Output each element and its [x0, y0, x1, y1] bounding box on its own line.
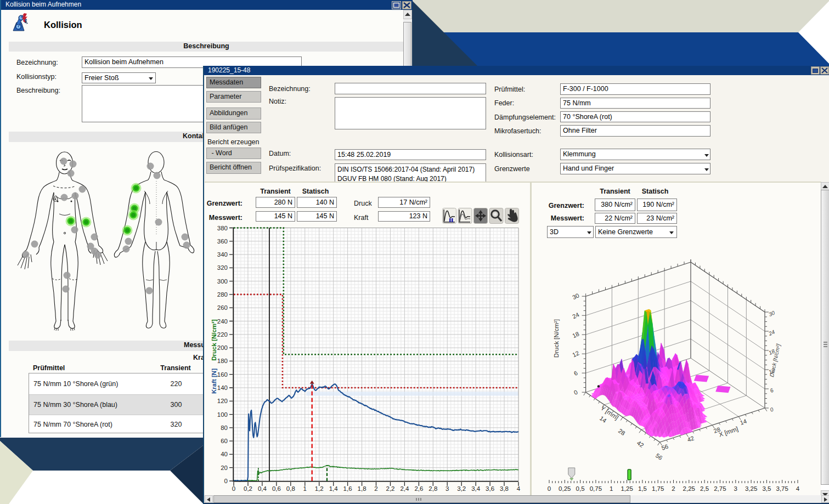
svg-text:30: 30 [571, 292, 580, 301]
svg-text:0: 0 [573, 389, 579, 396]
svg-text:24: 24 [767, 329, 776, 337]
svg-text:3: 3 [734, 485, 737, 492]
svg-text:2,8: 2,8 [428, 485, 437, 492]
svg-text:X [mm]: X [mm] [718, 426, 739, 438]
svg-text:2: 2 [672, 485, 675, 492]
svg-text:14: 14 [739, 418, 747, 426]
svg-text:Kraft [N]: Kraft [N] [211, 369, 217, 394]
svg-text:3,25: 3,25 [745, 485, 757, 492]
svg-text:120: 120 [217, 398, 228, 404]
svg-text:Druck [N/cm²]: Druck [N/cm²] [553, 319, 560, 358]
svg-text:240: 240 [217, 318, 228, 325]
svg-text:3,8: 3,8 [500, 485, 509, 492]
svg-text:56: 56 [661, 443, 669, 451]
svg-text:1,2: 1,2 [315, 485, 324, 492]
svg-text:3: 3 [445, 485, 449, 492]
svg-text:80: 80 [221, 424, 228, 431]
svg-text:320: 320 [217, 264, 228, 271]
svg-text:380: 380 [217, 225, 228, 231]
svg-text:1,6: 1,6 [343, 485, 352, 492]
svg-text:340: 340 [217, 251, 228, 258]
svg-text:0: 0 [224, 478, 228, 484]
svg-text:1,25: 1,25 [621, 485, 633, 492]
svg-text:12: 12 [571, 349, 580, 358]
svg-text:4: 4 [517, 485, 521, 492]
svg-text:0,5: 0,5 [576, 485, 585, 492]
svg-text:Druck [N/cm²]: Druck [N/cm²] [769, 343, 782, 377]
svg-text:0,4: 0,4 [258, 485, 267, 492]
svg-text:2,5: 2,5 [700, 485, 709, 492]
svg-text:3,75: 3,75 [776, 485, 788, 492]
svg-text:30: 30 [768, 309, 776, 318]
svg-text:14: 14 [599, 415, 608, 424]
svg-text:40: 40 [221, 451, 228, 457]
svg-text:60: 60 [221, 438, 228, 444]
svg-text:0,2: 0,2 [244, 485, 252, 492]
svg-text:42: 42 [686, 435, 695, 443]
svg-text:0: 0 [769, 406, 775, 413]
svg-text:0,75: 0,75 [590, 485, 602, 492]
svg-text:3,6: 3,6 [486, 485, 494, 492]
svg-text:160: 160 [217, 371, 228, 378]
svg-text:6: 6 [573, 370, 579, 377]
svg-text:20: 20 [221, 465, 228, 471]
svg-text:2: 2 [374, 485, 377, 492]
svg-text:56: 56 [655, 452, 664, 461]
svg-text:18: 18 [571, 330, 580, 339]
svg-text:6: 6 [769, 387, 775, 394]
svg-text:200: 200 [217, 344, 228, 351]
svg-text:3,2: 3,2 [457, 485, 466, 492]
svg-text:300: 300 [217, 278, 228, 285]
svg-text:3,5: 3,5 [762, 485, 771, 492]
svg-text:2,6: 2,6 [414, 485, 423, 492]
svg-text:360: 360 [217, 238, 228, 245]
svg-text:42: 42 [636, 439, 645, 449]
svg-text:2,4: 2,4 [400, 485, 409, 492]
svg-text:2,75: 2,75 [714, 485, 726, 492]
svg-text:0,25: 0,25 [559, 485, 571, 492]
svg-text:1,4: 1,4 [329, 485, 339, 492]
svg-text:3,4: 3,4 [471, 485, 481, 492]
svg-text:1,75: 1,75 [652, 485, 664, 492]
svg-text:0: 0 [232, 485, 235, 492]
svg-text:280: 280 [217, 291, 228, 298]
svg-text:4: 4 [796, 485, 800, 492]
svg-text:260: 260 [217, 304, 228, 311]
svg-text:24: 24 [571, 311, 580, 320]
svg-text:1: 1 [303, 485, 307, 492]
svg-text:0,8: 0,8 [286, 485, 295, 492]
svg-text:28: 28 [617, 427, 627, 437]
svg-text:0,6: 0,6 [272, 485, 281, 492]
svg-text:0: 0 [548, 485, 551, 492]
svg-text:180: 180 [217, 358, 228, 364]
svg-text:100: 100 [217, 411, 228, 418]
svg-text:Druck [N/cm²]: Druck [N/cm²] [211, 319, 217, 361]
svg-text:1,8: 1,8 [358, 485, 366, 492]
svg-text:1: 1 [610, 485, 613, 492]
svg-text:1,5: 1,5 [638, 485, 647, 492]
svg-text:2,25: 2,25 [683, 485, 695, 492]
svg-text:140: 140 [217, 384, 228, 391]
svg-text:2,2: 2,2 [386, 485, 395, 492]
svg-text:220: 220 [217, 331, 228, 338]
